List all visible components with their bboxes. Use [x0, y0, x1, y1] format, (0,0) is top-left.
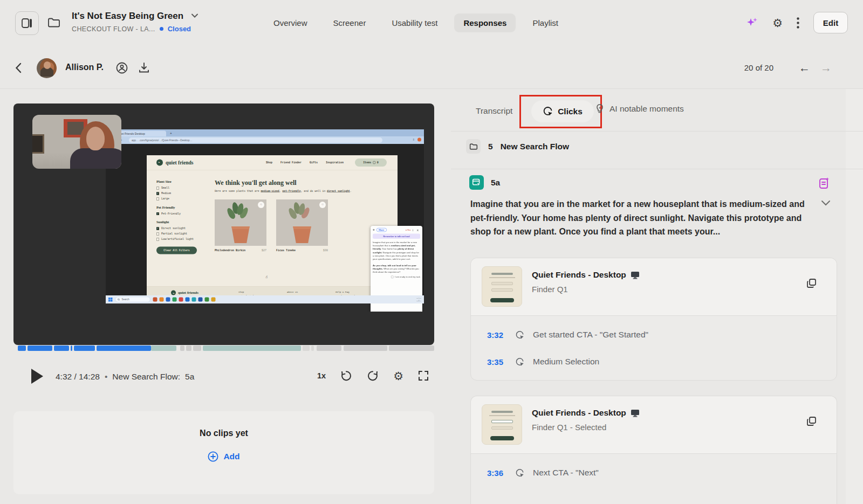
download-icon[interactable]	[138, 62, 150, 74]
breadcrumb: CHECKOUT FLOW - LA...	[72, 25, 155, 33]
cursor-click-icon	[515, 330, 524, 340]
task-description: Imagine that you are in the market for a…	[470, 197, 810, 239]
click-label: Medium Selection	[533, 357, 599, 367]
tab-usability-test[interactable]: Usability test	[382, 13, 447, 32]
cart-button: Items0	[355, 158, 387, 167]
timeline-segment	[303, 346, 310, 351]
tab-transcript[interactable]: Transcript	[476, 106, 512, 116]
plant-shop-site: quiet friends Shop Friend Finder Gifts I…	[147, 155, 398, 300]
prototype-thumbnail	[482, 404, 522, 445]
site-nav-friend-finder: Friend Finder	[280, 161, 302, 164]
skip-forward-icon[interactable]	[367, 370, 379, 382]
product-price: $30	[323, 249, 328, 252]
expand-chevron-down-icon[interactable]	[821, 200, 831, 206]
filter-title: Pet Friendly	[156, 205, 205, 210]
prototype-card-header[interactable]: Quiet Friends - Desktop Finder Q1 - Sele…	[471, 396, 837, 454]
taskbar-app-icon	[205, 298, 209, 302]
task-instructions: Imagine that you are in the market for a…	[373, 241, 420, 274]
settings-gear-icon[interactable]: ⚙	[772, 17, 783, 29]
current-section-label: New Search Flow:	[112, 372, 180, 382]
click-timestamp[interactable]: 3:32	[487, 330, 506, 340]
divider	[451, 131, 863, 132]
timeline-segment	[54, 346, 69, 351]
site-header: quiet friends Shop Friend Finder Gifts I…	[147, 155, 398, 170]
product-card: ♡ Philodendron Birkin$27	[215, 199, 266, 252]
filter-option: Partial sunlight	[156, 232, 205, 236]
timeline-segment	[151, 346, 176, 351]
copy-icon[interactable]	[806, 278, 817, 289]
sidebar-toggle-button[interactable]	[15, 11, 39, 35]
video-player[interactable]: Quiet Friends Desktop + ←→↻ app.….com/fi…	[13, 103, 434, 345]
product-card: ♡ Ficus Tineke$30	[276, 199, 328, 252]
taskbar-app-icon	[173, 298, 177, 302]
copy-icon[interactable]	[806, 416, 817, 427]
section-header[interactable]: 5 New Search Flow	[466, 139, 569, 154]
click-event-row[interactable]: 3:36 Next CTA - "Next"	[471, 459, 837, 486]
right-panel-scroll-gutter[interactable]	[846, 89, 863, 504]
screen-recording: Quiet Friends Desktop + ←→↻ app.….com/fi…	[106, 129, 424, 312]
windows-start-icon	[108, 298, 113, 302]
browser-download-icon: ⇩	[412, 138, 415, 142]
product-price: $27	[262, 249, 266, 252]
tab-ai-notable-moments[interactable]: AI notable moments	[595, 103, 684, 114]
browser-profile-icon	[417, 138, 421, 142]
prototype-thumbnail	[482, 266, 522, 307]
player-controls: 4:32 / 14:28 • New Search Flow: 5a 1x ⚙	[13, 357, 434, 398]
project-title-block[interactable]: It's Not Easy Being Green CHECKOUT FLOW …	[72, 11, 198, 33]
taskbar-app-icon	[153, 298, 157, 302]
prototype-title: Quiet Friends - Desktop	[532, 270, 626, 280]
video-timeline-scrubber[interactable]	[13, 346, 434, 351]
plant-pot	[230, 226, 251, 243]
chevron-down-icon[interactable]	[191, 13, 198, 18]
back-chevron-icon[interactable]	[15, 63, 22, 73]
tab-responses[interactable]: Responses	[454, 13, 516, 32]
edit-button[interactable]: Edit	[813, 12, 848, 33]
rec-indicator: ● Rec	[406, 229, 411, 231]
restart-icon[interactable]	[340, 370, 352, 382]
prototype-group-card: Quiet Friends - Desktop Finder Q1 3:32 G…	[470, 258, 837, 381]
sparkles-icon[interactable]	[746, 17, 758, 29]
section-number: 5	[488, 142, 493, 151]
prototype-task-icon	[469, 175, 484, 190]
folder-icon[interactable]	[47, 17, 60, 29]
click-timestamp[interactable]: 3:36	[487, 468, 506, 478]
tab-playlist[interactable]: Playlist	[523, 13, 567, 32]
playback-speed-button[interactable]: 1x	[317, 371, 326, 380]
click-event-row[interactable]: 3:32 Get started CTA - "Get Started"	[471, 321, 837, 348]
prototype-card-header[interactable]: Quiet Friends - Desktop Finder Q1	[471, 258, 837, 316]
timeline-segment	[28, 346, 52, 351]
app-window: It's Not Easy Being Green CHECKOUT FLOW …	[0, 0, 863, 504]
clear-all-filters-button: Clear All Filters	[156, 247, 197, 254]
taskbar-app-icon	[192, 298, 196, 302]
site-nav-gifts: Gifts	[310, 161, 318, 164]
tab-screener[interactable]: Screener	[324, 13, 375, 32]
add-clip-button[interactable]: Add	[208, 451, 239, 462]
site-logo-text: quiet friends	[166, 160, 193, 165]
fullscreen-icon[interactable]	[418, 370, 429, 381]
maze-brand-chip: Maze	[376, 228, 387, 232]
clips-empty-title: No clips yet	[13, 429, 434, 438]
previous-response-arrow-icon[interactable]: ←	[799, 61, 810, 74]
popup-info-close-icons: i ✕	[413, 229, 420, 232]
click-timestamp[interactable]: 3:35	[487, 357, 506, 367]
play-button[interactable]	[31, 369, 43, 384]
filter-title: Plant Size	[156, 179, 205, 184]
taskbar-app-icon	[160, 298, 164, 302]
heart-icon: ♡	[258, 202, 264, 208]
ai-summary-doc-icon[interactable]	[818, 177, 830, 190]
site-heading: We think you'll get along well	[215, 179, 366, 187]
avatar[interactable]	[37, 58, 57, 78]
cart-bag-icon	[373, 161, 375, 164]
click-event-row[interactable]: 3:35 Medium Selection	[471, 348, 837, 375]
participant-profile-icon[interactable]	[116, 62, 128, 74]
status-dot	[160, 27, 163, 31]
prototype-subtitle: Finder Q1 - Selected	[532, 423, 640, 432]
prototype-group-card: Quiet Friends - Desktop Finder Q1 - Sele…	[470, 396, 837, 504]
webcam-overlay	[32, 115, 121, 169]
tab-overview[interactable]: Overview	[264, 13, 317, 32]
kebab-menu-icon[interactable]	[797, 17, 799, 29]
filter-option: Small	[156, 187, 205, 190]
next-response-arrow-icon[interactable]: →	[820, 61, 832, 74]
player-settings-gear-icon[interactable]: ⚙	[393, 370, 403, 382]
plus-circle-icon	[208, 451, 218, 462]
